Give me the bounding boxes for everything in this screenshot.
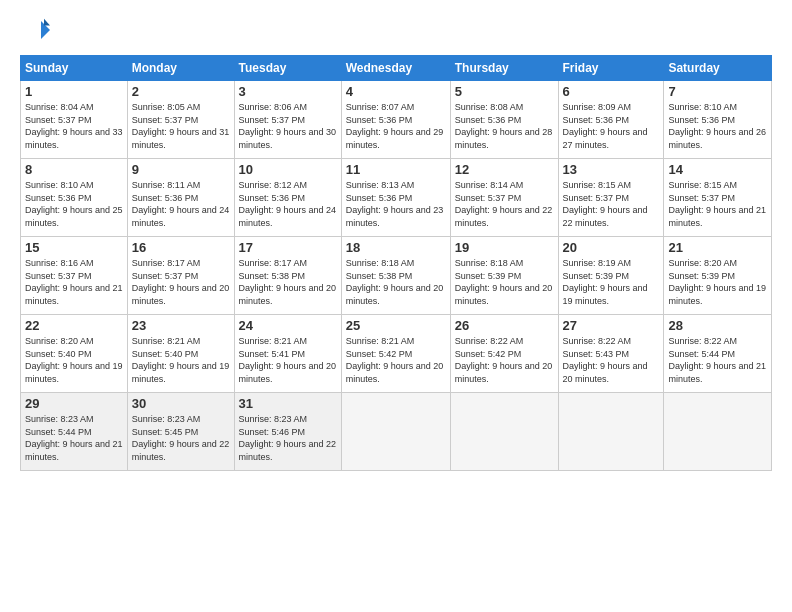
day-number: 12 [455,162,554,177]
day-info: Sunrise: 8:04 AMSunset: 5:37 PMDaylight:… [25,101,123,151]
day-info: Sunrise: 8:09 AMSunset: 5:36 PMDaylight:… [563,101,660,151]
day-cell: 12Sunrise: 8:14 AMSunset: 5:37 PMDayligh… [450,159,558,237]
header-monday: Monday [127,56,234,81]
day-number: 21 [668,240,767,255]
logo-icon [20,15,50,45]
day-info: Sunrise: 8:17 AMSunset: 5:38 PMDaylight:… [239,257,337,307]
day-number: 14 [668,162,767,177]
header-saturday: Saturday [664,56,772,81]
day-number: 30 [132,396,230,411]
day-cell [450,393,558,471]
day-number: 9 [132,162,230,177]
day-number: 22 [25,318,123,333]
day-info: Sunrise: 8:22 AMSunset: 5:42 PMDaylight:… [455,335,554,385]
header-tuesday: Tuesday [234,56,341,81]
header-wednesday: Wednesday [341,56,450,81]
day-info: Sunrise: 8:06 AMSunset: 5:37 PMDaylight:… [239,101,337,151]
day-number: 17 [239,240,337,255]
day-info: Sunrise: 8:20 AMSunset: 5:40 PMDaylight:… [25,335,123,385]
day-number: 19 [455,240,554,255]
day-info: Sunrise: 8:10 AMSunset: 5:36 PMDaylight:… [668,101,767,151]
day-number: 5 [455,84,554,99]
logo [20,15,54,45]
svg-marker-1 [44,19,50,26]
day-info: Sunrise: 8:18 AMSunset: 5:39 PMDaylight:… [455,257,554,307]
day-cell: 15Sunrise: 8:16 AMSunset: 5:37 PMDayligh… [21,237,128,315]
day-cell: 5Sunrise: 8:08 AMSunset: 5:36 PMDaylight… [450,81,558,159]
day-cell: 26Sunrise: 8:22 AMSunset: 5:42 PMDayligh… [450,315,558,393]
day-info: Sunrise: 8:21 AMSunset: 5:42 PMDaylight:… [346,335,446,385]
day-cell: 29Sunrise: 8:23 AMSunset: 5:44 PMDayligh… [21,393,128,471]
day-number: 6 [563,84,660,99]
week-row-2: 8Sunrise: 8:10 AMSunset: 5:36 PMDaylight… [21,159,772,237]
day-cell: 14Sunrise: 8:15 AMSunset: 5:37 PMDayligh… [664,159,772,237]
header-friday: Friday [558,56,664,81]
day-cell: 23Sunrise: 8:21 AMSunset: 5:40 PMDayligh… [127,315,234,393]
day-cell [664,393,772,471]
day-info: Sunrise: 8:19 AMSunset: 5:39 PMDaylight:… [563,257,660,307]
header-sunday: Sunday [21,56,128,81]
calendar-table: SundayMondayTuesdayWednesdayThursdayFrid… [20,55,772,471]
day-cell: 3Sunrise: 8:06 AMSunset: 5:37 PMDaylight… [234,81,341,159]
day-number: 8 [25,162,123,177]
day-info: Sunrise: 8:21 AMSunset: 5:40 PMDaylight:… [132,335,230,385]
day-cell: 9Sunrise: 8:11 AMSunset: 5:36 PMDaylight… [127,159,234,237]
day-cell: 24Sunrise: 8:21 AMSunset: 5:41 PMDayligh… [234,315,341,393]
day-info: Sunrise: 8:20 AMSunset: 5:39 PMDaylight:… [668,257,767,307]
day-cell: 7Sunrise: 8:10 AMSunset: 5:36 PMDaylight… [664,81,772,159]
day-info: Sunrise: 8:23 AMSunset: 5:44 PMDaylight:… [25,413,123,463]
day-cell: 19Sunrise: 8:18 AMSunset: 5:39 PMDayligh… [450,237,558,315]
day-cell: 1Sunrise: 8:04 AMSunset: 5:37 PMDaylight… [21,81,128,159]
day-info: Sunrise: 8:17 AMSunset: 5:37 PMDaylight:… [132,257,230,307]
calendar-header-row: SundayMondayTuesdayWednesdayThursdayFrid… [21,56,772,81]
week-row-1: 1Sunrise: 8:04 AMSunset: 5:37 PMDaylight… [21,81,772,159]
day-cell: 18Sunrise: 8:18 AMSunset: 5:38 PMDayligh… [341,237,450,315]
day-cell: 2Sunrise: 8:05 AMSunset: 5:37 PMDaylight… [127,81,234,159]
week-row-3: 15Sunrise: 8:16 AMSunset: 5:37 PMDayligh… [21,237,772,315]
day-number: 10 [239,162,337,177]
day-cell: 8Sunrise: 8:10 AMSunset: 5:36 PMDaylight… [21,159,128,237]
day-cell: 28Sunrise: 8:22 AMSunset: 5:44 PMDayligh… [664,315,772,393]
day-cell: 4Sunrise: 8:07 AMSunset: 5:36 PMDaylight… [341,81,450,159]
day-number: 15 [25,240,123,255]
day-cell: 21Sunrise: 8:20 AMSunset: 5:39 PMDayligh… [664,237,772,315]
day-number: 18 [346,240,446,255]
day-cell: 16Sunrise: 8:17 AMSunset: 5:37 PMDayligh… [127,237,234,315]
day-number: 3 [239,84,337,99]
day-cell: 20Sunrise: 8:19 AMSunset: 5:39 PMDayligh… [558,237,664,315]
page: SundayMondayTuesdayWednesdayThursdayFrid… [0,0,792,612]
day-cell [558,393,664,471]
day-cell: 6Sunrise: 8:09 AMSunset: 5:36 PMDaylight… [558,81,664,159]
week-row-5: 29Sunrise: 8:23 AMSunset: 5:44 PMDayligh… [21,393,772,471]
day-cell: 10Sunrise: 8:12 AMSunset: 5:36 PMDayligh… [234,159,341,237]
day-cell [341,393,450,471]
header-thursday: Thursday [450,56,558,81]
day-cell: 25Sunrise: 8:21 AMSunset: 5:42 PMDayligh… [341,315,450,393]
day-number: 28 [668,318,767,333]
day-number: 24 [239,318,337,333]
day-cell: 27Sunrise: 8:22 AMSunset: 5:43 PMDayligh… [558,315,664,393]
day-number: 13 [563,162,660,177]
day-number: 23 [132,318,230,333]
day-number: 2 [132,84,230,99]
day-info: Sunrise: 8:08 AMSunset: 5:36 PMDaylight:… [455,101,554,151]
day-info: Sunrise: 8:05 AMSunset: 5:37 PMDaylight:… [132,101,230,151]
day-number: 31 [239,396,337,411]
day-number: 26 [455,318,554,333]
day-number: 20 [563,240,660,255]
day-info: Sunrise: 8:12 AMSunset: 5:36 PMDaylight:… [239,179,337,229]
day-info: Sunrise: 8:11 AMSunset: 5:36 PMDaylight:… [132,179,230,229]
day-info: Sunrise: 8:23 AMSunset: 5:45 PMDaylight:… [132,413,230,463]
day-number: 29 [25,396,123,411]
day-number: 11 [346,162,446,177]
day-info: Sunrise: 8:22 AMSunset: 5:44 PMDaylight:… [668,335,767,385]
day-cell: 22Sunrise: 8:20 AMSunset: 5:40 PMDayligh… [21,315,128,393]
day-info: Sunrise: 8:07 AMSunset: 5:36 PMDaylight:… [346,101,446,151]
day-info: Sunrise: 8:13 AMSunset: 5:36 PMDaylight:… [346,179,446,229]
day-number: 16 [132,240,230,255]
day-number: 25 [346,318,446,333]
day-number: 1 [25,84,123,99]
day-info: Sunrise: 8:15 AMSunset: 5:37 PMDaylight:… [668,179,767,229]
day-cell: 31Sunrise: 8:23 AMSunset: 5:46 PMDayligh… [234,393,341,471]
day-info: Sunrise: 8:23 AMSunset: 5:46 PMDaylight:… [239,413,337,463]
